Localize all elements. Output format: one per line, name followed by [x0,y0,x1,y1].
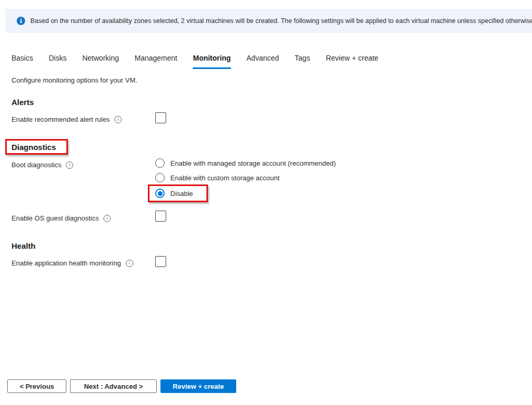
banner-text: Based on the number of availability zone… [30,17,532,25]
radio-enable-managed-storage[interactable]: Enable with managed storage account (rec… [155,158,336,168]
tab-basics[interactable]: Basics [11,53,33,69]
boot-diagnostics-label-text: Boot diagnostics [11,161,61,169]
radio-button-icon[interactable] [155,158,165,168]
os-guest-diagnostics-label-text: Enable OS guest diagnostics [11,214,99,222]
vm-create-monitoring-page: Based on the number of availability zone… [0,0,532,405]
radio-button-selected-icon[interactable] [155,189,165,198]
tab-monitoring[interactable]: Monitoring [193,53,230,69]
review-create-button[interactable]: Review + create [160,379,236,393]
tab-tags[interactable]: Tags [295,53,310,69]
info-icon [17,17,25,25]
radio-enable-custom-storage[interactable]: Enable with custom storage account [155,173,280,182]
health-section-title: Health [11,241,36,250]
tab-networking[interactable]: Networking [82,53,119,69]
info-icon[interactable] [66,161,73,169]
radio-button-icon[interactable] [155,173,165,182]
wizard-tabs: Basics Disks Networking Management Monit… [11,53,378,69]
radio-label: Enable with custom storage account [170,174,280,182]
recommended-alert-rules-label: Enable recommended alert rules [11,115,122,123]
recommended-alert-rules-checkbox[interactable] [155,112,166,123]
tab-disks[interactable]: Disks [49,53,66,69]
app-health-monitoring-label: Enable application health monitoring [11,259,133,267]
alerts-section-title: Alerts [11,98,34,107]
availability-zones-info-banner: Based on the number of availability zone… [5,9,532,33]
app-health-monitoring-label-text: Enable application health monitoring [11,259,121,267]
app-health-monitoring-checkbox[interactable] [155,256,166,267]
os-guest-diagnostics-checkbox[interactable] [155,211,166,222]
info-icon[interactable] [114,116,122,123]
boot-diagnostics-label: Boot diagnostics [11,161,73,169]
page-description: Configure monitoring options for your VM… [11,76,137,84]
info-icon[interactable] [103,215,111,222]
diagnostics-section-title: Diagnostics [11,143,56,152]
recommended-alert-rules-label-text: Enable recommended alert rules [11,115,110,123]
tab-review-create[interactable]: Review + create [326,53,378,69]
previous-button[interactable]: < Previous [7,379,66,393]
radio-disable[interactable]: Disable [155,189,193,198]
info-icon[interactable] [126,260,133,267]
os-guest-diagnostics-label: Enable OS guest diagnostics [11,214,111,222]
radio-label: Enable with managed storage account (rec… [170,159,336,167]
tab-advanced[interactable]: Advanced [247,53,279,69]
tab-management[interactable]: Management [135,53,178,69]
radio-label: Disable [170,190,193,198]
next-advanced-button[interactable]: Next : Advanced > [70,379,157,393]
